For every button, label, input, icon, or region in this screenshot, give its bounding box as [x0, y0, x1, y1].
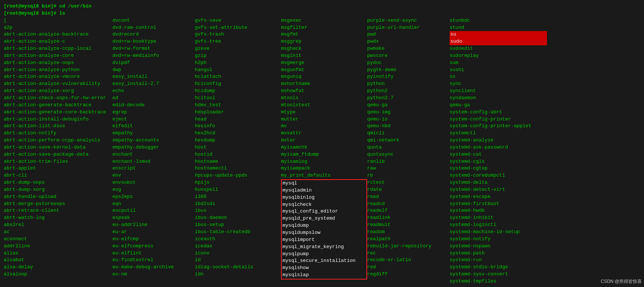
list-item: msguniq — [281, 73, 367, 80]
list-item: stunbdc — [450, 17, 547, 24]
list-item: hpijs — [195, 179, 281, 186]
list-item: systemd-analyze — [450, 137, 547, 144]
list-item: systemd-cat — [450, 151, 547, 158]
list-item: elfedit — [112, 123, 195, 130]
list-item: hesinfo — [195, 123, 281, 130]
list-item: dvipdf — [112, 59, 195, 67]
list-item: rebuild-jar-repository — [367, 243, 450, 250]
list-item: envsubst — [112, 179, 195, 186]
list-item: systemd-stdio-bridge — [450, 264, 547, 271]
list-item: my_print_defaults — [281, 172, 367, 179]
list-item: hostname — [195, 158, 281, 165]
list-item: abrt-action-generate-core-backtrace — [4, 109, 112, 116]
list-item: rdate — [367, 186, 450, 193]
list-item: gzip — [195, 52, 281, 59]
list-item: systemd-escape — [450, 193, 547, 201]
list-item: abrt-action-analyze-backtrace — [4, 31, 112, 38]
list-item: qemu-img — [367, 109, 450, 116]
list-item: readlink — [367, 214, 450, 222]
list-item: dvd+rw-booktype — [112, 38, 195, 45]
list-item: qmi-network — [367, 137, 450, 144]
list-item: abrt-action-generate-backtrace — [4, 102, 112, 109]
list-item: readcd — [367, 201, 450, 208]
list-item: abrt-action-analyze-vulnerability — [4, 80, 112, 88]
mysql-item: mysql_config_editor — [282, 208, 366, 215]
list-item: espeak — [112, 214, 195, 222]
list-item: alsaloop — [4, 271, 112, 278]
list-item: ranlib — [367, 158, 450, 165]
list-item: system-config-printer-applet — [450, 123, 547, 130]
list-item: msgexec — [281, 17, 367, 24]
column-col3: gvfs-savegvfs-set-attributegvfs-trashgvf… — [195, 17, 281, 285]
list-item: dwp — [112, 67, 195, 74]
list-item: syndaemon — [450, 95, 547, 102]
list-item: host — [195, 144, 281, 151]
list-item: abrt-action-perform-ccpp-analysis — [4, 137, 112, 144]
list-item: enscript — [112, 165, 195, 172]
list-item: icedax — [195, 243, 281, 250]
list-item: readelf — [367, 207, 450, 214]
list-item: python — [367, 80, 450, 88]
list-item: ed — [112, 95, 195, 102]
list-item: gvfs-save — [195, 17, 281, 24]
list-item: gvfs-tree — [195, 38, 281, 45]
list-item: eu-make-debug-archive — [112, 264, 195, 271]
list-item: enchant-lsmod — [112, 158, 195, 165]
list-item: head — [195, 116, 281, 123]
list-item: sudo — [450, 38, 547, 45]
list-item: gvfs-trash — [195, 31, 281, 38]
list-item: empathy — [112, 130, 195, 137]
list-item: mtoolstest — [281, 102, 367, 109]
list-item: rb — [367, 172, 450, 179]
list-item: sum — [450, 59, 547, 67]
list-item: addr2line — [4, 243, 112, 250]
mysql-item: mysqlimport — [282, 236, 366, 244]
list-item: purple-send-async — [367, 17, 450, 24]
list-item: myisamchk — [281, 144, 367, 151]
list-item: eu-nm — [112, 271, 195, 278]
list-item: myisampack — [281, 165, 367, 172]
list-item: alsabat — [4, 257, 112, 264]
list-item: abrt-action-analyze-c — [4, 38, 112, 45]
ls-output: [a2pabrt-action-analyze-backtraceabrt-ac… — [4, 17, 640, 285]
list-item: escputil — [112, 207, 195, 214]
mysql-item: mysqlslap — [282, 272, 366, 279]
list-item: eqn — [112, 201, 195, 208]
mysql-item: mysqld_pre_systemd — [282, 215, 366, 222]
list-item: mutter — [281, 116, 367, 123]
list-item: [ — [4, 17, 112, 24]
list-item: systemd-cgtop — [450, 165, 547, 172]
list-item: a2p — [4, 24, 112, 31]
mysql-item: mysqldump — [282, 222, 366, 229]
list-item: abrt-handle-upload — [4, 193, 112, 201]
mysql-group: mysqlmysqladminmysqlbinlogmysqlcheckmysq… — [281, 179, 367, 280]
list-item: qemu-io — [367, 116, 450, 123]
list-item: myisam_ftdump — [281, 151, 367, 158]
list-item: abrt-action-analyze-oops — [4, 59, 112, 67]
list-item: edid-decode — [112, 102, 195, 109]
list-item: abrt-action-list-dsos — [4, 123, 112, 130]
list-item: hdmv_test — [195, 102, 281, 109]
list-item: mtype — [281, 109, 367, 116]
list-item: systemd-nspawn — [450, 243, 547, 250]
mysql-item: mysqladmin — [282, 187, 366, 194]
list-item: eu-findtextrel — [112, 257, 195, 264]
list-item: systemd-firstboot — [450, 201, 547, 208]
terminal: [root@mysql8 bin]# cd /usr/bin [root@mys… — [0, 0, 644, 287]
list-item: sudoreplay — [450, 52, 547, 59]
column-col2: dvcontdvd-ram-controldvdrecorddvd+rw-boo… — [112, 17, 195, 285]
list-item: readmult — [367, 222, 450, 229]
list-item: mxtar — [281, 137, 367, 144]
list-item: pwd — [367, 31, 450, 38]
list-item: hostid — [195, 151, 281, 158]
list-item: systemctl — [450, 130, 547, 137]
list-item: systemd-detect-virt — [450, 186, 547, 193]
list-item: ibus-daemon — [195, 214, 281, 222]
mysql-item: mysql_secure_installation — [282, 257, 366, 265]
list-item: msgfilter — [281, 24, 367, 31]
list-item: echo — [112, 88, 195, 95]
list-item: hciattach — [195, 73, 281, 80]
list-item: readom — [367, 229, 450, 236]
list-item: qmicli — [367, 130, 450, 137]
list-item: aconnect — [4, 236, 112, 243]
